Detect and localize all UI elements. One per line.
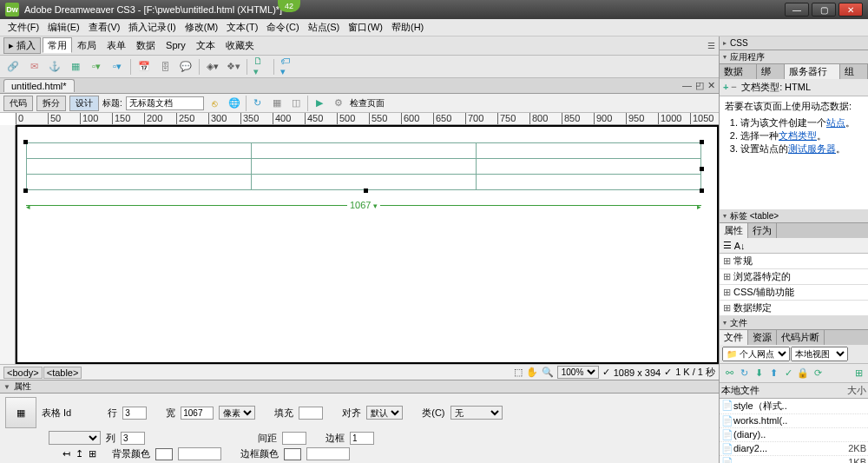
insert-tab[interactable]: 表单 — [102, 37, 131, 53]
resize-handle[interactable] — [23, 140, 28, 144]
properties-header[interactable]: 属性 — [0, 380, 719, 394]
checkout-icon[interactable]: ✓ — [781, 367, 795, 380]
cellpad-input[interactable] — [299, 407, 323, 420]
checkin-icon[interactable]: 🔒 — [796, 367, 810, 380]
refresh-icon[interactable]: ↻ — [250, 96, 266, 111]
validate-icon[interactable]: ⚙ — [331, 96, 346, 111]
app-panel-header[interactable]: 应用程序 — [720, 50, 868, 64]
code-view-button[interactable]: 代码 — [3, 96, 33, 111]
menu-item[interactable]: 站点(S) — [304, 19, 345, 36]
selected-table[interactable] — [26, 142, 701, 190]
update-badge[interactable]: 42 — [278, 0, 300, 12]
panel-menu-icon[interactable]: ☰ — [707, 41, 715, 50]
refresh-icon[interactable]: ↻ — [737, 367, 751, 380]
class-select[interactable]: 无 — [450, 406, 503, 420]
preview-icon[interactable]: ▶ — [312, 96, 327, 111]
insert-tab[interactable]: 布局 — [72, 37, 102, 53]
col-size[interactable]: 大小 — [840, 384, 866, 397]
clear-col-icon[interactable]: ↤ — [62, 448, 70, 460]
tag-panel-header[interactable]: 标签 <table> — [720, 209, 868, 223]
menu-item[interactable]: 编辑(E) — [43, 19, 84, 36]
head-icon[interactable]: ◈▾ — [205, 59, 220, 75]
hint-link[interactable]: 测试服务器 — [788, 143, 836, 154]
insert-tab[interactable]: 文本 — [191, 37, 220, 53]
doc-restore-icon[interactable]: ◰ — [695, 80, 704, 91]
rows-input[interactable] — [122, 407, 147, 420]
check-page-label[interactable]: 检查页面 — [350, 97, 385, 109]
close-button[interactable]: ✕ — [838, 3, 863, 17]
connect-icon[interactable]: ⚯ — [722, 367, 736, 380]
file-row[interactable]: 📄1KB — [720, 456, 868, 463]
expand-icon[interactable]: ⊞ — [852, 367, 865, 380]
cols-input[interactable] — [121, 432, 145, 445]
tab-files[interactable]: 文件 — [720, 330, 748, 345]
doc-close-icon[interactable]: ✕ — [707, 80, 715, 91]
design-view-button[interactable]: 设计 — [69, 96, 99, 111]
menu-item[interactable]: 插入记录(I) — [124, 19, 180, 36]
insert-tab[interactable]: 收藏夹 — [220, 37, 260, 53]
insert-label[interactable]: ▸ 插入 — [3, 37, 41, 54]
hyperlink-icon[interactable]: 🔗 — [5, 59, 21, 75]
add-icon[interactable]: + — [723, 82, 728, 92]
menu-item[interactable]: 窗口(W) — [344, 19, 387, 36]
tag-selector[interactable]: <body><table> — [3, 367, 82, 378]
email-icon[interactable]: ✉ — [26, 59, 42, 75]
select-tool-icon[interactable]: ⬚ — [514, 367, 523, 378]
script-icon[interactable]: ❖▾ — [226, 59, 241, 75]
attr-list-icon[interactable]: ☰ — [723, 240, 732, 251]
resize-handle[interactable] — [364, 189, 368, 193]
attribute-list[interactable]: 常规 浏览器特定的 CSS/辅助功能 数据绑定 — [720, 254, 868, 316]
insert-tab[interactable]: 数据 — [131, 37, 161, 53]
zoom-select[interactable]: 100% — [557, 366, 599, 379]
files-panel-header[interactable]: 文件 — [720, 316, 868, 330]
get-icon[interactable]: ⬇ — [752, 367, 766, 380]
align-select[interactable]: 默认 — [366, 406, 403, 420]
hint-link[interactable]: 文档类型 — [779, 130, 817, 141]
insert-tab[interactable]: 常用 — [43, 37, 72, 53]
tab-bindings[interactable]: 绑定 — [757, 64, 785, 79]
menu-item[interactable]: 文件(F) — [3, 19, 43, 36]
file-row[interactable]: 📄style（样式.. — [720, 399, 868, 414]
bordercolor-input[interactable] — [306, 447, 350, 460]
table-icon[interactable]: ▦ — [68, 59, 83, 75]
cellspace-input[interactable] — [282, 432, 306, 445]
tab-database[interactable]: 数据库 — [720, 64, 757, 79]
title-input[interactable] — [126, 96, 204, 110]
menu-item[interactable]: 查看(V) — [84, 19, 125, 36]
tag-icon[interactable]: 🏷▾ — [279, 59, 295, 75]
bordercolor-swatch[interactable] — [284, 448, 301, 460]
put-icon[interactable]: ⬆ — [766, 367, 780, 380]
menu-item[interactable]: 命令(C) — [262, 19, 303, 36]
insert-tab[interactable]: Spry — [161, 37, 191, 53]
tool-icon[interactable]: ⎋ — [207, 96, 223, 111]
server-icon[interactable]: 🗄 — [157, 59, 173, 75]
doc-minimize-icon[interactable]: — — [682, 80, 692, 91]
media-icon[interactable]: ▫▾ — [109, 59, 125, 75]
attr-sort-icon[interactable]: A↓ — [734, 241, 746, 251]
resize-handle[interactable] — [700, 140, 704, 144]
menu-item[interactable]: 帮助(H) — [387, 19, 428, 36]
remove-icon[interactable]: − — [731, 82, 736, 92]
hint-link[interactable]: 站点 — [826, 117, 845, 128]
tab-behaviors[interactable]: 行为 — [748, 223, 777, 238]
site-select[interactable]: 📁 个人网点 — [722, 347, 790, 361]
tab-components[interactable]: 组件 — [840, 64, 868, 79]
resize-handle[interactable] — [700, 189, 704, 193]
resize-handle[interactable] — [700, 167, 704, 171]
design-canvas[interactable]: 0501001502002503003504004505005506006507… — [0, 113, 719, 364]
hand-tool-icon[interactable]: ✋ — [526, 367, 538, 378]
tab-server-behaviors[interactable]: 服务器行为 — [785, 64, 840, 79]
bgcolor-swatch[interactable] — [155, 448, 173, 460]
file-row[interactable]: 📄works.html(.. — [720, 414, 868, 428]
anchor-icon[interactable]: ⚓ — [47, 59, 62, 75]
tab-assets[interactable]: 资源 — [748, 330, 777, 345]
menu-item[interactable]: 修改(M) — [181, 19, 223, 36]
minimize-button[interactable]: — — [785, 3, 809, 17]
visual-aids-icon[interactable]: ◫ — [288, 96, 304, 111]
comment-icon[interactable]: 💬 — [178, 59, 194, 75]
image-icon[interactable]: ▫▾ — [89, 59, 104, 75]
view-select[interactable]: 本地视图 — [791, 347, 848, 361]
width-unit-select[interactable]: 像素 — [219, 406, 255, 420]
split-view-button[interactable]: 拆分 — [36, 96, 66, 111]
window-size[interactable]: 1089 x 394 — [614, 367, 661, 378]
